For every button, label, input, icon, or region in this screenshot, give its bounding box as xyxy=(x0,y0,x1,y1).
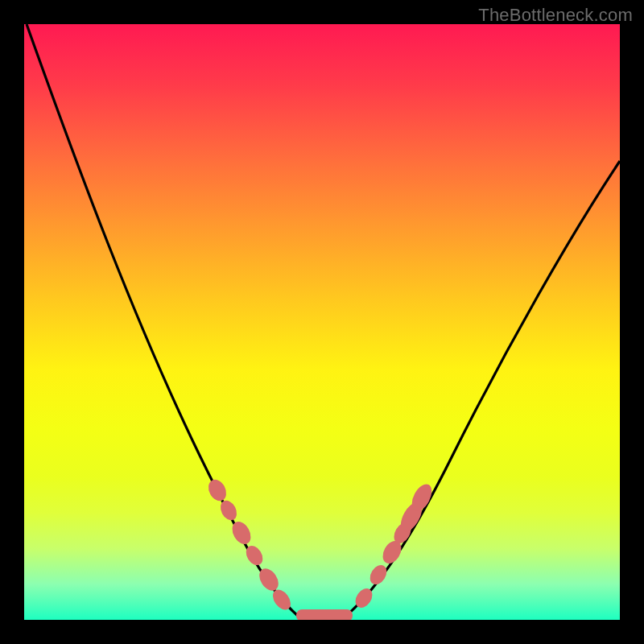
svg-point-0 xyxy=(205,477,230,504)
svg-point-1 xyxy=(217,497,240,522)
left-markers xyxy=(205,477,295,613)
curve-path xyxy=(27,24,620,616)
svg-point-7 xyxy=(366,562,390,588)
bottom-marker-bar xyxy=(296,609,353,620)
watermark-label: TheBottleneck.com xyxy=(478,5,633,26)
plot-area xyxy=(24,24,620,620)
chart-frame: TheBottleneck.com xyxy=(0,0,644,644)
right-markers xyxy=(352,481,436,610)
bottleneck-curve xyxy=(24,24,620,620)
